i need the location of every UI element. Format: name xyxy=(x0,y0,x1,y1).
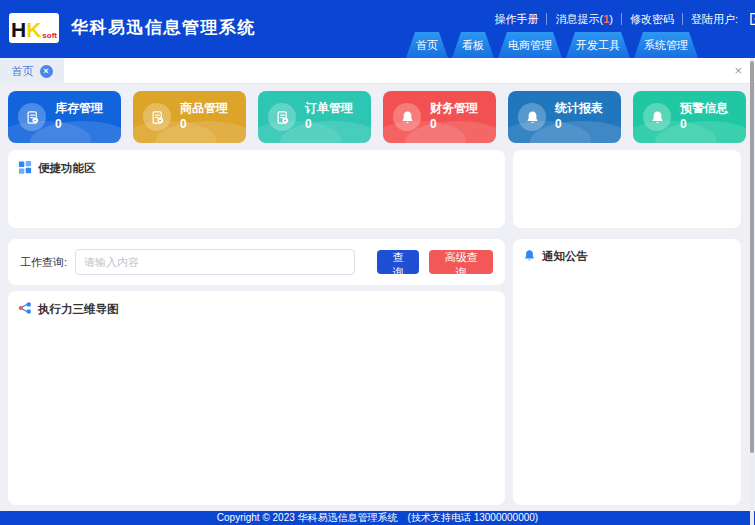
finance-alarm-icon xyxy=(393,103,421,131)
nav-tab-home[interactable]: 首页 xyxy=(406,32,448,58)
quick-functions-title: 便捷功能区 xyxy=(38,161,96,176)
card-value: 0 xyxy=(430,117,478,133)
mindmap-panel: 执行力三维导图 xyxy=(8,291,505,505)
logo-letter-h: H xyxy=(11,21,26,40)
notice-title-row: 通知公告 xyxy=(513,239,741,264)
card-title: 预警信息 xyxy=(680,101,728,117)
stat-card-inventory[interactable]: 库存管理 0 xyxy=(8,91,121,143)
app-root: HKsoft 华科易迅信息管理系统 操作手册 消息提示(1) 修改密码 登陆用户… xyxy=(0,0,755,525)
card-value: 0 xyxy=(180,117,228,133)
app-title: 华科易迅信息管理系统 xyxy=(71,16,256,39)
stat-card-warnings[interactable]: 预警信息 0 xyxy=(633,91,746,143)
app-header: HKsoft 华科易迅信息管理系统 操作手册 消息提示(1) 修改密码 登陆用户… xyxy=(0,0,755,58)
card-text: 统计报表 0 xyxy=(555,101,603,132)
footer: Copyright © 2023 华科易迅信息管理系统 (技术支持电话 1300… xyxy=(0,511,755,525)
card-title: 财务管理 xyxy=(430,101,478,117)
card-text: 订单管理 0 xyxy=(305,101,353,132)
app-logo: HKsoft xyxy=(9,13,59,43)
report-bell-icon xyxy=(518,103,546,131)
change-password-link[interactable]: 修改密码 xyxy=(630,12,674,27)
close-all-icon[interactable]: × xyxy=(734,63,742,78)
manual-link[interactable]: 操作手册 xyxy=(494,12,538,27)
card-text: 财务管理 0 xyxy=(430,101,478,132)
page-tab-home[interactable]: 首页 × xyxy=(0,58,64,84)
header-links: 操作手册 消息提示(1) 修改密码 登陆用户: xyxy=(494,11,755,27)
page-tabbar: 首页 × × xyxy=(0,58,755,84)
mindmap-title: 执行力三维导图 xyxy=(38,302,119,317)
tab-close-icon[interactable]: × xyxy=(40,65,53,78)
card-value: 0 xyxy=(555,117,603,133)
nav-tab-board[interactable]: 看板 xyxy=(452,32,494,58)
messages-link[interactable]: 消息提示(1) xyxy=(555,12,612,27)
right-top-panel xyxy=(513,150,741,228)
messages-label-suffix: ) xyxy=(609,13,613,25)
card-value: 0 xyxy=(680,117,728,133)
logo-soft-text: soft xyxy=(42,32,57,40)
share-network-icon xyxy=(18,301,32,317)
stat-card-reports[interactable]: 统计报表 0 xyxy=(508,91,621,143)
card-title: 库存管理 xyxy=(55,101,103,117)
scrollbar-track[interactable] xyxy=(750,58,754,525)
card-text: 商品管理 0 xyxy=(180,101,228,132)
divider xyxy=(682,13,683,25)
card-title: 商品管理 xyxy=(180,101,228,117)
nav-tab-ecommerce[interactable]: 电商管理 xyxy=(498,32,562,58)
divider xyxy=(621,13,622,25)
card-title: 订单管理 xyxy=(305,101,353,117)
logout-icon[interactable] xyxy=(746,11,755,27)
messages-label: 消息提示( xyxy=(555,13,603,25)
card-title: 统计报表 xyxy=(555,101,603,117)
logo-letter-k: K xyxy=(26,21,41,40)
inventory-list-icon xyxy=(18,103,46,131)
stat-card-finance[interactable]: 财务管理 0 xyxy=(383,91,496,143)
card-value: 0 xyxy=(55,117,103,133)
bell-icon xyxy=(523,249,536,264)
nav-tab-system[interactable]: 系统管理 xyxy=(634,32,698,58)
quick-functions-title-row: 便捷功能区 xyxy=(8,150,505,176)
query-button[interactable]: 查询 xyxy=(377,250,419,274)
main-nav: 首页 看板 电商管理 开发工具 系统管理 xyxy=(406,32,698,58)
stat-cards-row: 库存管理 0 商品管理 0 xyxy=(8,91,746,143)
notice-title: 通知公告 xyxy=(542,249,588,264)
page-tab-label: 首页 xyxy=(12,64,34,79)
divider xyxy=(546,13,547,25)
mindmap-title-row: 执行力三维导图 xyxy=(8,291,505,317)
work-query-panel: 工作查询: 查询 高级查询 xyxy=(8,239,505,285)
warning-alarm-icon xyxy=(643,103,671,131)
stat-card-products[interactable]: 商品管理 0 xyxy=(133,91,246,143)
advanced-query-button[interactable]: 高级查询 xyxy=(429,250,493,274)
card-text: 库存管理 0 xyxy=(55,101,103,132)
nav-tab-devtools[interactable]: 开发工具 xyxy=(566,32,630,58)
login-user-label: 登陆用户: xyxy=(691,12,738,27)
product-list-icon xyxy=(143,103,171,131)
scrollbar-thumb[interactable] xyxy=(750,61,754,453)
card-value: 0 xyxy=(305,117,353,133)
work-query-label: 工作查询: xyxy=(20,255,67,270)
quick-functions-panel: 便捷功能区 xyxy=(8,150,505,228)
stat-card-orders[interactable]: 订单管理 0 xyxy=(258,91,371,143)
card-text: 预警信息 0 xyxy=(680,101,728,132)
grid-icon xyxy=(18,160,32,176)
order-list-icon xyxy=(268,103,296,131)
notice-panel: 通知公告 xyxy=(513,239,741,505)
work-query-input[interactable] xyxy=(75,249,355,275)
